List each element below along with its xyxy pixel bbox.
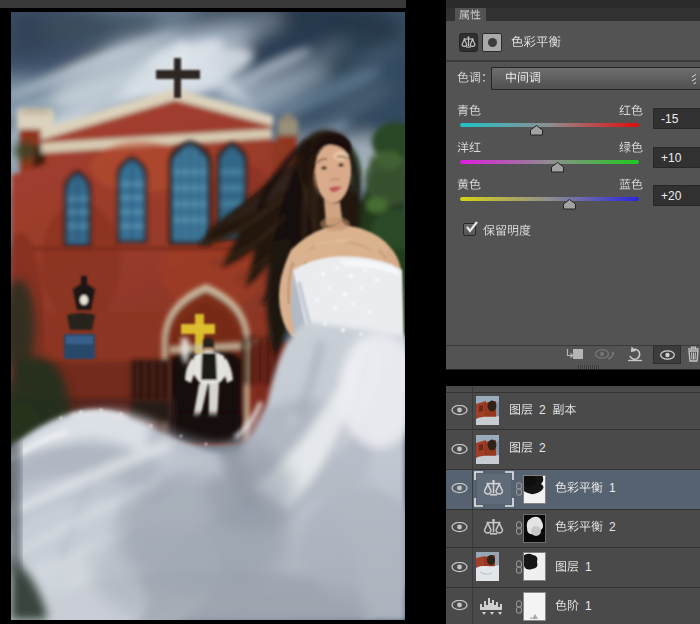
svg-text:1: 1 xyxy=(585,560,592,574)
svg-text:1: 1 xyxy=(585,599,592,613)
svg-text:2: 2 xyxy=(539,441,546,455)
svg-text:2: 2 xyxy=(609,520,616,534)
svg-text:2: 2 xyxy=(539,403,546,417)
svg-text:1: 1 xyxy=(609,481,616,495)
